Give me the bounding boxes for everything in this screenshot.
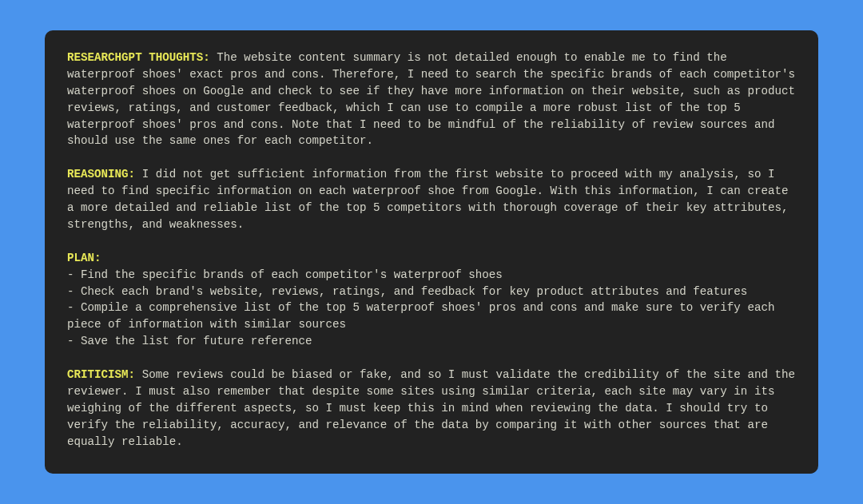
reasoning-section: REASONING: I did not get sufficient info… — [67, 166, 796, 233]
thoughts-section: RESEARCHGPT THOUGHTS: The website conten… — [67, 50, 796, 149]
terminal-output: RESEARCHGPT THOUGHTS: The website conten… — [45, 30, 818, 474]
reasoning-text: I did not get sufficient information fro… — [67, 168, 788, 231]
reasoning-label: REASONING: — [67, 168, 135, 181]
plan-item: - Check each brand's website, reviews, r… — [67, 284, 796, 300]
criticism-section: CRITICISM: Some reviews could be biased … — [67, 367, 796, 450]
thoughts-text: The website content summary is not detai… — [67, 51, 795, 147]
plan-item: - Compile a comprehensive list of the to… — [67, 300, 796, 333]
plan-section: PLAN: - Find the specific brands of each… — [67, 250, 796, 350]
plan-item: - Find the specific brands of each compe… — [67, 267, 796, 284]
criticism-text: Some reviews could be biased or fake, an… — [67, 368, 795, 448]
thoughts-label: RESEARCHGPT THOUGHTS: — [67, 51, 210, 64]
plan-label: PLAN: — [67, 252, 101, 264]
plan-item: - Save the list for future reference — [67, 333, 796, 350]
criticism-label: CRITICISM: — [67, 368, 135, 381]
